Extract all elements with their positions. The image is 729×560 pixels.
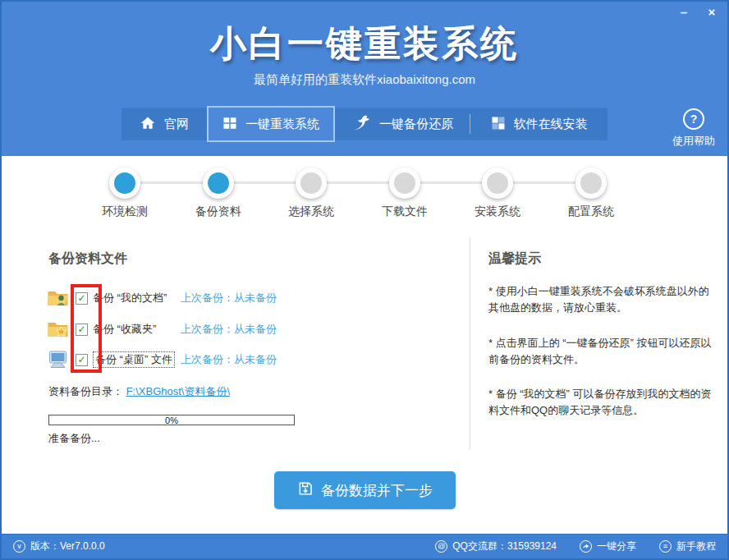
last-backup-status-link[interactable]: 上次备份：从未备份 <box>181 352 277 367</box>
step-dot-env-check <box>109 168 140 199</box>
last-backup-status-link[interactable]: 上次备份：从未备份 <box>181 322 277 337</box>
tutorial-text: 新手教程 <box>676 539 716 553</box>
checkbox-backup-favorites[interactable]: ✓ <box>76 324 88 336</box>
nav-tabbar: 官网 一键重装系统 一键备份还原 软件在线安装 <box>122 108 608 140</box>
backup-status-text: 准备备份... <box>48 431 100 446</box>
tab-official-site[interactable]: 官网 <box>122 108 207 140</box>
windows-icon <box>222 116 237 133</box>
action-button-label: 备份数据并下一步 <box>321 481 433 500</box>
help-label: 使用帮助 <box>663 134 724 149</box>
beginner-tutorial-link[interactable]: ≡ 新手教程 <box>659 539 716 553</box>
step-label: 备份资料 <box>186 204 251 219</box>
step-dot-backup-data <box>203 168 234 199</box>
share-icon <box>580 540 592 553</box>
backup-directory-link[interactable]: F:\XBGhost\资料备份\ <box>126 385 230 397</box>
backup-row-label: 备份 “我的文档” <box>93 291 167 305</box>
step-label: 配置系统 <box>558 204 624 219</box>
checkbox-backup-desktop[interactable]: ✓ <box>76 354 88 366</box>
help-icon: ? <box>683 108 704 130</box>
qq-icon: @ <box>435 540 447 553</box>
tab-label: 官网 <box>164 117 189 132</box>
step-connector-line <box>125 181 591 184</box>
tab-backup-restore[interactable]: 一键备份还原 <box>335 108 470 140</box>
grid-icon <box>491 116 506 133</box>
step-label: 下载文件 <box>372 204 438 219</box>
footer-bar: v 版本：Ver7.0.0.0 @ QQ交流群：315939124 一键分享 ≡… <box>2 534 727 558</box>
page-subtitle: 最简单好用的重装软件xiaobaixitong.com <box>2 72 727 88</box>
backup-row-favorites: ✓ 备份 “收藏夹” 上次备份：从未备份 <box>47 319 441 340</box>
step-dot-select-system <box>296 168 327 199</box>
tab-online-install[interactable]: 软件在线安装 <box>470 108 608 140</box>
backup-directory-label: 资料备份目录： <box>48 385 123 397</box>
tip-item: * 备份 “我的文档” 可以备份存放到我的文档的资料文件和QQ的聊天记录等信息。 <box>488 386 713 419</box>
tips-heading: 温馨提示 <box>488 250 541 268</box>
backup-directory-row: 资料备份目录： F:\XBGhost\资料备份\ <box>48 384 230 399</box>
backup-progress-bar: 0% <box>48 415 295 425</box>
tab-label: 软件在线安装 <box>514 117 588 132</box>
step-dot-download-files <box>389 168 420 199</box>
tip-item: * 点击界面上的 “一键备份还原” 按钮可以还原以前备份的资料文件。 <box>488 335 713 368</box>
version-icon: v <box>13 540 25 553</box>
one-click-share-link[interactable]: 一键分享 <box>580 539 636 553</box>
desktop-computer-icon <box>47 350 69 370</box>
tab-label: 一键重装系统 <box>245 117 319 132</box>
backup-row-label: 备份 “桌面” 文件 <box>93 351 175 368</box>
window-controls: – × <box>676 4 719 21</box>
tutorial-icon: ≡ <box>659 540 672 553</box>
share-text: 一键分享 <box>597 539 636 553</box>
bird-icon <box>351 113 371 135</box>
version-info: v 版本：Ver7.0.0.0 <box>13 539 105 553</box>
step-label: 选择系统 <box>278 204 344 219</box>
close-button[interactable]: × <box>704 4 719 21</box>
step-dot-configure-system <box>575 168 607 199</box>
help-button[interactable]: ? 使用帮助 <box>663 108 724 149</box>
backup-row-my-documents: ✓ 备份 “我的文档” 上次备份：从未备份 <box>47 287 441 309</box>
my-documents-folder-icon <box>47 288 69 308</box>
tip-item: * 使用小白一键重装系统不会破坏系统盘以外的其他盘的数据，请放心重装。 <box>488 283 713 316</box>
app-window: – × 小白一键重装系统 最简单好用的重装软件xiaobaixitong.com… <box>0 0 729 560</box>
minimize-button[interactable]: – <box>676 4 691 21</box>
page-title: 小白一键重装系统 <box>2 20 727 68</box>
checkbox-backup-my-documents[interactable]: ✓ <box>76 292 88 305</box>
header: – × 小白一键重装系统 最简单好用的重装软件xiaobaixitong.com… <box>2 2 727 156</box>
footer-links: @ QQ交流群：315939124 一键分享 ≡ 新手教程 <box>435 539 716 553</box>
tab-one-click-reinstall[interactable]: 一键重装系统 <box>207 106 335 142</box>
home-icon <box>140 115 156 134</box>
backup-section-heading: 备份资料文件 <box>48 250 127 268</box>
save-icon <box>297 480 314 501</box>
last-backup-status-link[interactable]: 上次备份：从未备份 <box>181 291 277 305</box>
favorites-folder-icon <box>47 319 69 339</box>
step-label: 环境检测 <box>92 204 158 219</box>
backup-row-desktop: ✓ 备份 “桌面” 文件 上次备份：从未备份 <box>47 349 441 370</box>
step-dot-install-system <box>482 168 513 199</box>
qq-group-link[interactable]: @ QQ交流群：315939124 <box>435 539 557 553</box>
backup-and-next-button[interactable]: 备份数据并下一步 <box>274 471 456 509</box>
panel-divider <box>470 237 470 449</box>
backup-row-label: 备份 “收藏夹” <box>93 322 156 337</box>
tab-label: 一键备份还原 <box>379 117 453 132</box>
version-text: 版本：Ver7.0.0.0 <box>30 539 105 553</box>
step-label: 安装系统 <box>465 204 530 219</box>
qq-group-text: QQ交流群：315939124 <box>452 539 557 553</box>
